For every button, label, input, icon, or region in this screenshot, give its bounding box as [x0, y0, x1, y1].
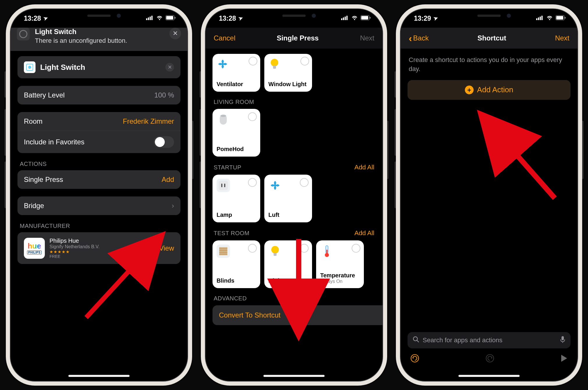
back-chevron-icon: ‹ — [409, 33, 412, 44]
selection-circle[interactable] — [249, 57, 257, 65]
room-cell[interactable]: Room Frederik Zimmer — [17, 112, 180, 131]
selection-circle[interactable] — [248, 244, 257, 253]
manufacturer-section-label: MANUFACTURER — [20, 223, 178, 229]
tile-lamp[interactable]: Lamp — [212, 175, 260, 222]
blinds-icon — [217, 244, 230, 258]
selection-circle[interactable] — [300, 57, 309, 65]
hue-price: FREE — [49, 254, 100, 259]
tile-luft[interactable]: Luft — [264, 175, 312, 222]
clear-name-button[interactable]: ✕ — [165, 63, 174, 72]
svg-rect-19 — [273, 66, 276, 69]
svg-rect-16 — [370, 17, 371, 19]
wifi-icon — [351, 15, 358, 22]
outlet-icon — [217, 179, 230, 192]
selection-circle[interactable] — [248, 112, 257, 121]
hue-rating: ★★★★★ — [49, 249, 100, 254]
room-label: Room — [24, 117, 42, 125]
status-time: 13:28 — [219, 15, 236, 22]
svg-rect-38 — [538, 17, 539, 20]
play-button[interactable] — [561, 354, 568, 364]
tile-temperature[interactable]: Temperature Always On — [316, 240, 364, 288]
next-button[interactable]: Next — [360, 34, 374, 42]
svg-point-49 — [411, 354, 419, 362]
battery-icon — [555, 15, 566, 22]
svg-rect-0 — [146, 18, 147, 20]
hue-view[interactable]: View — [159, 244, 174, 252]
close-button[interactable]: ✕ — [169, 28, 181, 39]
accessory-header: Light Switch There is an unconfigured bu… — [10, 28, 187, 51]
selection-circle[interactable] — [300, 178, 309, 187]
svg-line-46 — [417, 340, 419, 342]
add-all-startup[interactable]: Add All — [355, 164, 375, 171]
accessory-name-cell[interactable]: Light Switch ✕ — [17, 56, 180, 78]
header-subtitle: There is an unconfigured button. — [35, 37, 164, 45]
status-time: 13:28 — [24, 15, 41, 22]
header-title: Light Switch — [35, 28, 164, 36]
plus-icon: ＋ — [465, 86, 474, 94]
battery-icon — [165, 15, 176, 22]
favorites-toggle[interactable] — [154, 136, 174, 148]
cancel-button[interactable]: Cancel — [214, 34, 235, 42]
tile-window-light[interactable]: Window Light — [264, 54, 312, 92]
chevron-icon: › — [172, 202, 174, 210]
tile-ventilator[interactable]: Ventilator — [212, 54, 260, 92]
single-press-cell[interactable]: Single Press Add — [17, 170, 180, 189]
selection-circle[interactable] — [300, 244, 309, 253]
battery-level-cell: Battery Level 100 % — [17, 86, 180, 104]
home-indicator[interactable] — [263, 375, 325, 377]
notch — [57, 8, 141, 23]
tile-label: Luft — [268, 212, 308, 218]
svg-rect-47 — [562, 336, 564, 340]
svg-rect-24 — [224, 184, 225, 187]
hue-name: Philips Hue — [49, 237, 100, 244]
tile-label: Blinds — [217, 277, 256, 284]
living-room-section: LIVING ROOM — [214, 99, 254, 105]
single-press-add[interactable]: Add — [162, 176, 174, 184]
nav-bar: ‹Back Shortcut Next — [401, 28, 578, 49]
location-icon: ➤ — [238, 15, 244, 22]
search-bar[interactable]: Search for apps and actions — [408, 332, 571, 348]
shortcut-description: Create a shortcut to actions you do in y… — [409, 56, 569, 74]
search-placeholder: Search for apps and actions — [423, 336, 502, 344]
favorites-label: Include in Favorites — [24, 138, 84, 146]
manufacturer-cell[interactable]: huePHILIPS Philips Hue Signify Netherlan… — [17, 232, 180, 264]
home-indicator[interactable] — [68, 375, 130, 377]
phone-frame-3: 13:29➤ ‹Back Shortcut Next Create a shor… — [396, 4, 582, 386]
add-action-button[interactable]: ＋ Add Action — [408, 80, 571, 100]
selection-circle[interactable] — [352, 244, 360, 253]
signal-icon — [536, 15, 544, 22]
battery-icon — [360, 15, 371, 22]
tile-pomehod[interactable]: PomeHod — [212, 109, 260, 157]
tile-label: Lamp — [217, 212, 256, 218]
bridge-cell[interactable]: Bridge › — [17, 196, 180, 215]
favorites-cell[interactable]: Include in Favorites — [17, 131, 180, 153]
selection-circle[interactable] — [248, 178, 257, 187]
svg-point-18 — [271, 59, 278, 66]
home-indicator[interactable] — [458, 375, 520, 377]
light-switch-icon — [24, 61, 36, 73]
add-all-testroom[interactable]: Add All — [355, 229, 375, 237]
phone-frame-2: 13:28➤ Cancel Single Press Next — [201, 4, 387, 386]
battery-value: 100 % — [154, 91, 174, 99]
back-button[interactable]: ‹Back — [409, 33, 429, 44]
svg-rect-6 — [166, 16, 173, 20]
redo-button — [486, 354, 494, 365]
footer-toolbar — [408, 352, 571, 366]
location-icon: ➤ — [42, 15, 49, 22]
tile-blub-group[interactable]: Blub group — [264, 240, 312, 288]
svg-point-31 — [271, 246, 279, 254]
hue-company: Signify Netherlands B.V. — [49, 244, 100, 249]
room-value: Frederik Zimmer — [123, 117, 174, 125]
signal-icon — [146, 15, 154, 22]
svg-rect-44 — [565, 17, 566, 19]
tile-label: Ventilator — [217, 81, 256, 88]
tile-blinds[interactable]: Blinds — [212, 240, 260, 288]
undo-button[interactable] — [410, 354, 419, 365]
next-button[interactable]: Next — [555, 34, 569, 42]
svg-rect-10 — [343, 17, 344, 20]
svg-rect-43 — [556, 16, 563, 20]
svg-rect-9 — [341, 18, 342, 20]
convert-to-shortcut-button[interactable]: Convert To Shortcut — [212, 305, 382, 325]
actions-section-label: ACTIONS — [20, 161, 178, 167]
mic-icon[interactable] — [560, 336, 565, 345]
